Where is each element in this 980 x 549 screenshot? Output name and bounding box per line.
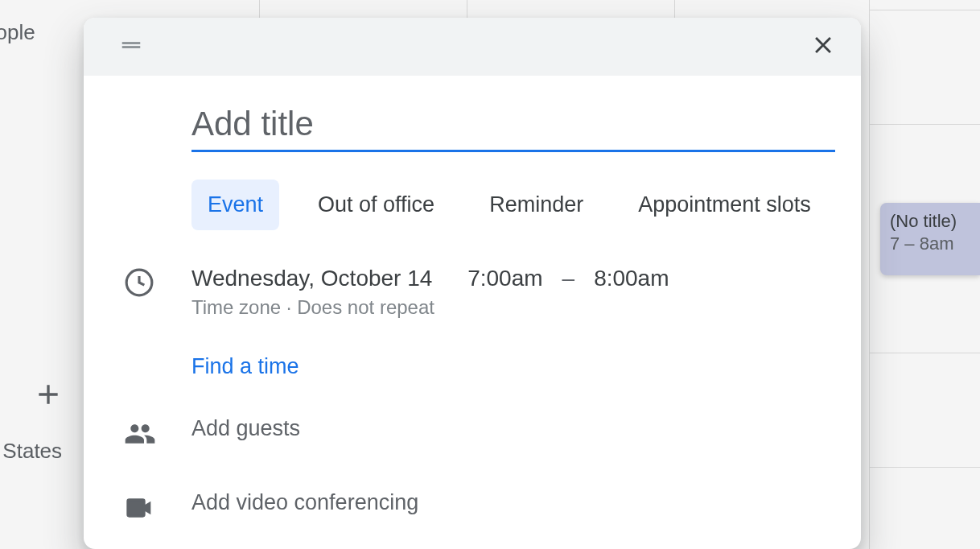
time-section: Wednesday, October 14 7:00am – 8:00am Ti… [124,266,835,319]
close-button[interactable] [809,31,837,62]
tab-event[interactable]: Event [191,180,279,230]
new-event-placeholder-chip[interactable]: (No title) 7 – 8am [880,203,980,275]
add-guests-field[interactable]: Add guests [191,416,300,440]
svg-rect-0 [128,500,144,516]
modal-titlebar [84,18,861,76]
sidebar-text-people: eople [0,20,35,45]
create-event-modal: Event Out of office Reminder Appointment… [84,18,861,549]
clock-icon [124,267,154,301]
event-date[interactable]: Wednesday, October 14 [191,266,432,291]
video-icon [124,492,156,527]
find-a-time-link[interactable]: Find a time [191,354,835,379]
tab-reminder[interactable]: Reminder [473,180,599,230]
event-chip-title: (No title) [890,211,970,232]
add-video-conferencing-button[interactable]: Add video conferencing [191,490,418,514]
event-start-time[interactable]: 7:00am [467,266,542,291]
people-icon [124,418,156,453]
guests-row: Add guests [124,416,835,453]
event-type-tabs: Event Out of office Reminder Appointment… [191,180,835,230]
drag-handle-icon[interactable] [119,33,143,60]
time-dash: – [562,266,575,291]
sidebar-text-us: ted States [0,439,62,464]
tab-appointment-slots[interactable]: Appointment slots [622,180,827,230]
tab-out-of-office[interactable]: Out of office [302,180,451,230]
event-chip-time: 7 – 8am [890,233,970,254]
video-row: Add video conferencing [124,490,835,527]
timezone-repeat-text[interactable]: Time zone · Does not repeat [191,296,835,319]
event-end-time[interactable]: 8:00am [594,266,669,291]
event-title-input[interactable] [191,105,835,152]
